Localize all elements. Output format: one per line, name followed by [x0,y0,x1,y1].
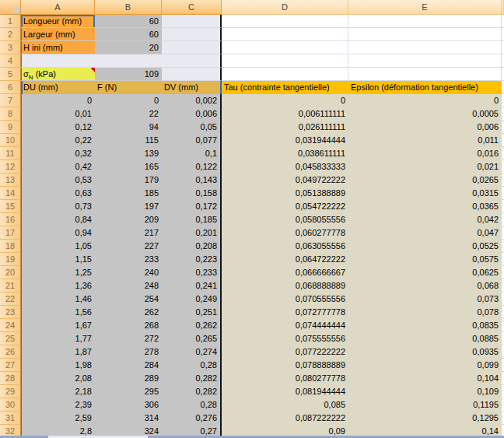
cell-E22[interactable]: 0,073 [348,293,502,306]
cell-C12[interactable]: 0,122 [162,160,222,173]
cell-B31[interactable]: 314 [95,412,162,425]
cell-C16[interactable]: 0,185 [162,213,222,226]
cell-E3[interactable] [348,41,502,54]
row-header-14[interactable]: 14 [0,187,21,200]
cell-A4[interactable] [21,54,95,68]
cell-A27[interactable]: 1,98 [21,359,95,372]
cell-B14[interactable]: 185 [95,187,162,200]
cell-C29[interactable]: 0,282 [162,385,222,398]
cell-C21[interactable]: 0,241 [162,279,222,293]
cell-A11[interactable]: 0,32 [21,147,95,160]
cell-B19[interactable]: 233 [95,253,162,266]
row-header-16[interactable]: 16 [0,213,21,226]
cell-D7[interactable]: 0 [222,94,348,107]
cell-D11[interactable]: 0,038611111 [222,147,348,160]
cell-B30[interactable]: 306 [95,398,162,412]
cell-E21[interactable]: 0,068 [348,279,502,293]
cell-C28[interactable]: 0,282 [162,372,222,385]
cell-D28[interactable]: 0,080277778 [222,372,348,385]
cell-A5[interactable]: σN (kPa) [21,68,95,81]
cell-E20[interactable]: 0,0625 [348,266,502,279]
cell-D24[interactable]: 0,074444444 [222,319,348,332]
cell-A25[interactable]: 1,77 [21,332,95,345]
cell-A24[interactable]: 1,67 [21,319,95,332]
cell-C9[interactable]: 0,05 [162,121,222,134]
cell-C22[interactable]: 0,249 [162,293,222,306]
cell-A6[interactable]: DU (mm) [21,81,95,94]
cell-D29[interactable]: 0,081944444 [222,385,348,398]
column-header-C[interactable]: C [162,0,222,15]
cell-A29[interactable]: 2,18 [21,385,95,398]
cell-A23[interactable]: 1,56 [21,306,95,319]
cell-C10[interactable]: 0,077 [162,134,222,147]
row-header-15[interactable]: 15 [0,200,21,213]
cell-B23[interactable]: 262 [95,306,162,319]
cell-C2[interactable] [162,28,222,41]
cell-D20[interactable]: 0,066666667 [222,266,348,279]
cell-B28[interactable]: 289 [95,372,162,385]
cell-A19[interactable]: 1,15 [21,253,95,266]
cell-C30[interactable]: 0,28 [162,398,222,412]
cell-C31[interactable]: 0,276 [162,412,222,425]
cell-A31[interactable]: 2,59 [21,412,95,425]
row-header-25[interactable]: 25 [0,332,21,345]
cell-D5[interactable] [222,68,348,81]
row-header-23[interactable]: 23 [0,306,21,319]
cell-D21[interactable]: 0,068888889 [222,279,348,293]
cell-C13[interactable]: 0,143 [162,173,222,187]
cell-B21[interactable]: 248 [95,279,162,293]
cell-D17[interactable]: 0,060277778 [222,226,348,240]
cell-E4[interactable] [348,54,502,68]
cell-D18[interactable]: 0,063055556 [222,240,348,253]
cell-A17[interactable]: 0,94 [21,226,95,240]
row-header-6[interactable]: 6 [0,81,21,94]
cell-E24[interactable]: 0,0835 [348,319,502,332]
cell-E13[interactable]: 0,0265 [348,173,502,187]
cell-D27[interactable]: 0,078888889 [222,359,348,372]
cell-A8[interactable]: 0,01 [21,107,95,121]
cell-E10[interactable]: 0,011 [348,134,502,147]
cell-E17[interactable]: 0,047 [348,226,502,240]
cell-D23[interactable]: 0,072777778 [222,306,348,319]
cell-E29[interactable]: 0,109 [348,385,502,398]
cell-B15[interactable]: 197 [95,200,162,213]
cell-C24[interactable]: 0,262 [162,319,222,332]
row-header-1[interactable]: 1 [0,15,21,28]
cell-E18[interactable]: 0,0525 [348,240,502,253]
cell-C11[interactable]: 0,1 [162,147,222,160]
row-header-4[interactable]: 4 [0,54,21,68]
row-header-3[interactable]: 3 [0,41,21,54]
cell-A16[interactable]: 0,84 [21,213,95,226]
cell-B27[interactable]: 284 [95,359,162,372]
cell-D15[interactable]: 0,054722222 [222,200,348,213]
cell-A20[interactable]: 1,25 [21,266,95,279]
cell-D25[interactable]: 0,075555556 [222,332,348,345]
cell-D16[interactable]: 0,058055556 [222,213,348,226]
cell-E12[interactable]: 0,021 [348,160,502,173]
cell-B16[interactable]: 209 [95,213,162,226]
cell-A28[interactable]: 2,08 [21,372,95,385]
cell-D6[interactable]: Tau (contrainte tangentielle) [222,81,348,94]
row-header-12[interactable]: 12 [0,160,21,173]
cell-A13[interactable]: 0,53 [21,173,95,187]
cell-D19[interactable]: 0,064722222 [222,253,348,266]
cell-B20[interactable]: 240 [95,266,162,279]
cell-D2[interactable] [222,28,348,41]
cell-A9[interactable]: 0,12 [21,121,95,134]
row-header-29[interactable]: 29 [0,385,21,398]
cell-C8[interactable]: 0,006 [162,107,222,121]
cell-A10[interactable]: 0,22 [21,134,95,147]
column-header-E[interactable]: E [348,0,502,15]
cell-B2[interactable]: 60 [95,28,162,41]
cell-C26[interactable]: 0,274 [162,345,222,359]
cell-C18[interactable]: 0,208 [162,240,222,253]
cell-E15[interactable]: 0,0365 [348,200,502,213]
cell-C25[interactable]: 0,265 [162,332,222,345]
column-header-D[interactable]: D [222,0,348,15]
row-header-8[interactable]: 8 [0,107,21,121]
column-header-B[interactable]: B [95,0,162,15]
cell-E16[interactable]: 0,042 [348,213,502,226]
cell-E2[interactable] [348,28,502,41]
cell-E6[interactable]: Epsilon (déformation tangentielle) [348,81,502,94]
cell-B9[interactable]: 94 [95,121,162,134]
